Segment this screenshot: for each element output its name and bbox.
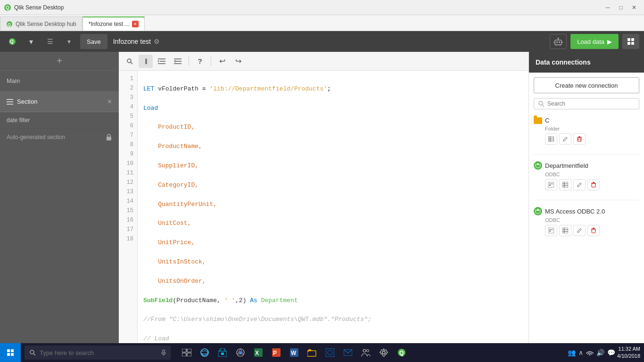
indent-button[interactable] bbox=[155, 55, 169, 68]
people-tray-icon[interactable]: 👥 bbox=[568, 349, 576, 356]
word-button[interactable]: W bbox=[286, 343, 303, 362]
svg-rect-15 bbox=[627, 38, 630, 41]
list-view-toggle[interactable]: ▾ bbox=[61, 34, 76, 49]
select-msaccess-button[interactable] bbox=[545, 225, 557, 236]
connection-folder-c: C Folder bbox=[529, 113, 644, 151]
sidebar-item-datefilter[interactable]: date filter bbox=[0, 112, 119, 129]
powerpoint-button[interactable]: P bbox=[268, 343, 285, 362]
back-forward-button[interactable]: Q bbox=[5, 34, 20, 49]
taskbar-search-bar[interactable] bbox=[25, 346, 171, 360]
sidebar-item-autogenerated[interactable]: Auto-generated section bbox=[0, 129, 119, 146]
qlik-taskbar-button[interactable]: Q bbox=[393, 343, 410, 362]
store-button[interactable] bbox=[214, 343, 231, 362]
maximize-button[interactable]: □ bbox=[615, 1, 627, 14]
excel-button[interactable]: X bbox=[250, 343, 267, 362]
search-input[interactable] bbox=[547, 100, 635, 107]
svg-rect-89 bbox=[326, 348, 334, 357]
edit-msaccess-button[interactable] bbox=[573, 225, 586, 236]
edge-button[interactable] bbox=[196, 343, 213, 362]
svg-rect-20 bbox=[7, 101, 13, 102]
outdent-button[interactable] bbox=[171, 55, 185, 68]
grid-view-button[interactable] bbox=[622, 34, 639, 49]
tab-bar: Q Qlik Sense Desktop hub *Infozone test … bbox=[0, 15, 644, 31]
comment-button[interactable]: ‖ bbox=[139, 55, 153, 68]
start-button[interactable] bbox=[0, 343, 21, 362]
search-button[interactable] bbox=[123, 55, 137, 68]
svg-point-12 bbox=[558, 38, 559, 39]
section-close-button[interactable]: ✕ bbox=[107, 98, 112, 105]
code-editor[interactable]: 12345 678910 1112131415 161718 LET vFold… bbox=[119, 71, 528, 346]
list-view-button[interactable]: ☰ bbox=[42, 34, 58, 49]
delete-departmentfield-button[interactable] bbox=[587, 179, 600, 190]
create-connection-button[interactable]: Create new connection bbox=[534, 77, 639, 93]
svg-point-23 bbox=[127, 59, 131, 63]
sidebar-item-main[interactable]: Main bbox=[0, 71, 119, 91]
chevron-right-icon: ▾ bbox=[67, 38, 71, 45]
settings-button[interactable] bbox=[375, 343, 392, 362]
edge-icon bbox=[200, 348, 209, 357]
connection-search bbox=[534, 98, 639, 109]
redo-button[interactable]: ↪ bbox=[231, 55, 245, 68]
edit-connection-button[interactable] bbox=[559, 133, 571, 145]
help-button[interactable]: ? bbox=[193, 55, 207, 68]
departmentfield-name: Departmentfield bbox=[545, 162, 588, 169]
svg-line-32 bbox=[542, 105, 544, 107]
lock-icon bbox=[106, 133, 112, 141]
svg-line-24 bbox=[131, 62, 132, 64]
table-msaccess-button[interactable] bbox=[559, 225, 571, 236]
notification-icon[interactable]: 💬 bbox=[607, 349, 615, 356]
browser-button[interactable] bbox=[322, 343, 339, 362]
debug-button[interactable] bbox=[550, 34, 567, 49]
svg-rect-88 bbox=[308, 349, 311, 351]
svg-rect-48 bbox=[562, 182, 568, 188]
delete-connection-button[interactable] bbox=[573, 133, 586, 145]
people-button[interactable] bbox=[357, 343, 374, 362]
app-toolbar: Q ▾ ☰ ▾ Save Infozone test ⚙ bbox=[0, 31, 644, 52]
svg-rect-74 bbox=[182, 353, 186, 356]
close-button[interactable]: ✕ bbox=[628, 1, 640, 14]
db-icon bbox=[535, 163, 541, 168]
main-layout: + Main Section ✕ date filter Auto-genera… bbox=[0, 52, 644, 346]
svg-rect-37 bbox=[578, 138, 581, 141]
search-icon bbox=[538, 100, 545, 107]
delete-msaccess-button[interactable] bbox=[587, 225, 600, 236]
help-icon: ? bbox=[198, 57, 202, 65]
volume-icon[interactable]: 🔊 bbox=[596, 349, 604, 356]
taskview-button[interactable] bbox=[178, 343, 195, 362]
save-button[interactable]: Save bbox=[80, 34, 107, 49]
svg-rect-6 bbox=[555, 40, 561, 45]
toolbar-divider-2 bbox=[211, 57, 211, 66]
add-section-button[interactable]: + bbox=[0, 52, 119, 71]
chevron-down-icon: ▾ bbox=[29, 37, 33, 46]
tab-hub-label: Qlik Sense Desktop hub bbox=[16, 21, 76, 27]
network-icon[interactable] bbox=[586, 349, 594, 357]
table-view-button-2[interactable] bbox=[559, 179, 571, 190]
taskbar-search-input[interactable] bbox=[40, 349, 157, 356]
select-data-button[interactable] bbox=[545, 179, 557, 190]
menu-toggle-button[interactable]: ▾ bbox=[24, 34, 39, 49]
svg-point-80 bbox=[239, 351, 242, 354]
undo-button[interactable]: ↩ bbox=[215, 55, 229, 68]
edit-icon-2 bbox=[577, 182, 582, 188]
chrome-button[interactable] bbox=[232, 343, 249, 362]
load-data-label: Load data bbox=[577, 38, 604, 45]
browser-icon bbox=[326, 348, 334, 357]
taskbar-right: 👥 ∧ 🔊 💬 11:32 AM 4/10/2018 bbox=[568, 346, 644, 360]
network-icon-svg bbox=[586, 349, 594, 355]
app-settings-icon[interactable]: ⚙ bbox=[154, 38, 160, 45]
tab-infozone[interactable]: *Infozone test ... ✕ bbox=[83, 16, 145, 31]
code-content[interactable]: LET vFolderPath = 'lib://Departmentfield… bbox=[138, 71, 528, 346]
edit-departmentfield-button[interactable] bbox=[573, 179, 586, 190]
table-view-button[interactable] bbox=[545, 133, 557, 145]
taskbar-time[interactable]: 11:32 AM 4/10/2018 bbox=[617, 346, 640, 360]
table-icon bbox=[548, 136, 554, 142]
people-icon bbox=[361, 348, 371, 357]
explorer-button[interactable] bbox=[304, 343, 321, 362]
mail-button[interactable] bbox=[339, 343, 356, 362]
tab-close-button[interactable]: ✕ bbox=[132, 21, 139, 27]
svg-rect-21 bbox=[7, 104, 13, 105]
expand-tray-icon[interactable]: ∧ bbox=[578, 349, 583, 356]
tab-hub[interactable]: Q Qlik Sense Desktop hub bbox=[0, 16, 83, 31]
load-data-button[interactable]: Load data ▶ bbox=[570, 34, 619, 49]
minimize-button[interactable]: ─ bbox=[602, 1, 614, 14]
